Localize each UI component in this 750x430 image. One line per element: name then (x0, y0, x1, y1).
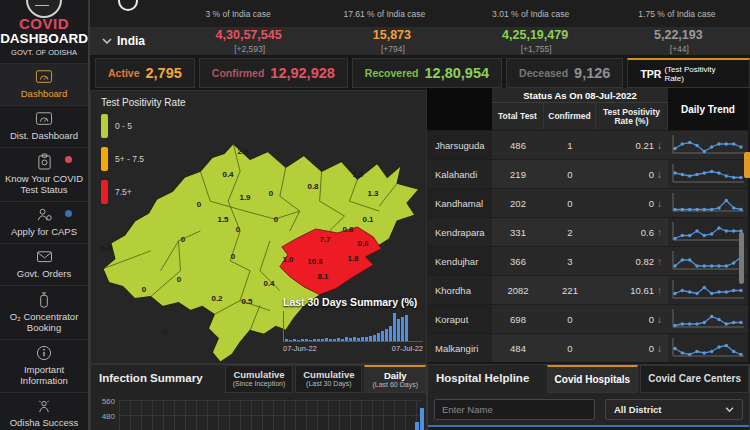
daily-trend-sparkline (671, 250, 745, 272)
tab-daily-last-60-days[interactable]: Daily(Last 60 Days) (364, 365, 426, 393)
logo-line2: DASHBOARD (0, 31, 88, 46)
table-scrollbar[interactable] (739, 232, 744, 284)
tab-tpr[interactable]: TPR (Test Positivity Rate) (627, 58, 750, 88)
chevron-down-icon (725, 407, 734, 413)
sidebar-item-label: Odisha Success Stories (3, 417, 85, 430)
percent-labels: 3 % of India case17.61 % of India case3.… (165, 0, 750, 27)
district-tpr-value: 0 (163, 327, 167, 336)
confirmed-cell: 0 (544, 189, 596, 217)
sidebar-item-govt-orders[interactable]: Govt. Orders (0, 243, 88, 285)
daily-trend-sparkline (671, 192, 745, 214)
daily-trend-cell (668, 276, 748, 304)
sidebar-item-odisha-success-stories[interactable]: Odisha Success Stories (0, 392, 88, 430)
total-test-cell: 202 (492, 189, 544, 217)
table-row[interactable]: Koraput69800↓ (427, 304, 748, 333)
mini-bar (345, 337, 348, 341)
sidebar-item-dashboard[interactable]: Dashboard (0, 63, 88, 105)
mini-chart-x-end: 07-Jul-22 (392, 344, 423, 353)
confirmed-cell: 0 (544, 305, 596, 333)
tpr-cell: 0.82↑ (596, 247, 668, 275)
district-tpr-value: 0 (197, 200, 201, 209)
table-corner-cell (427, 88, 492, 130)
mini-bar (305, 339, 308, 341)
table-row[interactable]: Khordha208222110.61↑ (427, 275, 748, 304)
india-stat-value: 15,873 (320, 28, 463, 42)
mini-chart-title: Last 30 Days Summary (%) (283, 296, 423, 308)
status-box-deceased[interactable]: Deceased9,126 (506, 58, 623, 88)
confirmed-cell: 3 (544, 247, 596, 275)
arrow-up-icon: ↑ (657, 256, 662, 267)
arrow-down-icon: ↓ (657, 169, 662, 180)
sidebar-menu: DashboardDist. DashboardKnow Your COVID … (0, 63, 88, 430)
table-row[interactable]: Malkangiri48400↓ (427, 333, 748, 362)
daily-trend-header: Daily Trend (668, 88, 748, 130)
notification-dot (65, 156, 72, 163)
table-row[interactable]: Kendujhar36630.82↑ (427, 246, 748, 275)
daily-trend-cell (668, 305, 748, 333)
table-row[interactable]: Kandhamal20200↓ (427, 188, 748, 217)
district-tpr-value: 0.6 (342, 225, 353, 234)
hospital-name-input[interactable] (434, 399, 595, 420)
total-test-cell: 486 (492, 131, 544, 159)
india-stat: 15,873 [+794] (320, 28, 463, 54)
status-value: 12,80,954 (425, 65, 490, 81)
mini-bar (393, 313, 396, 341)
sidebar-item-important-information[interactable]: Important Information (0, 339, 88, 392)
apply-icon (36, 207, 53, 225)
percent-of-india-label: 3 % of India case (165, 9, 311, 19)
col-confirmed[interactable]: Confirmed (544, 103, 596, 130)
tab-cumulative-since-inception[interactable]: Cumulative(Since Inception) (225, 365, 294, 393)
side-feedback-tab[interactable] (744, 152, 750, 178)
hospital-helpline-panel: Hospital Helpline Covid HospitalsCovid C… (427, 364, 750, 430)
tpr-map-panel: Test Positivity Rate 0 - 55+ - 7.57.5+ (90, 90, 427, 364)
table-row[interactable]: Kendrapara33120.6↑ (427, 217, 748, 246)
mini-bar (289, 340, 292, 341)
sidebar-item-know-your-covid-test-status[interactable]: Know Your COVID Test Status (0, 147, 88, 201)
status-label: Deceased (519, 67, 568, 79)
tab-cumulative-last-30-days[interactable]: Cumulative(Last 30 Days) (295, 365, 362, 393)
mini-bar (325, 338, 328, 341)
chevron-down-icon (102, 38, 112, 45)
infection-summary-tabs: Cumulative(Since Inception)Cumulative(La… (223, 365, 426, 393)
tab-covid-care-centers[interactable]: Covid Care Centers (640, 365, 749, 393)
tpr-abbr: TPR (640, 68, 661, 80)
tab-covid-hospitals[interactable]: Covid Hospitals (547, 365, 639, 393)
status-box-confirmed[interactable]: Confirmed12,92,928 (199, 58, 348, 88)
col-tpr[interactable]: Test Positivity Rate (%) (596, 103, 668, 130)
district-tpr-value: 8.1 (317, 272, 328, 281)
table-row[interactable]: Kalahandi21900↓ (427, 159, 748, 188)
india-stat-value: 4,25,19,479 (464, 28, 607, 42)
tpr-cell: 10.61↑ (596, 276, 668, 304)
district-tpr-value: 0.4 (263, 279, 274, 288)
status-box-active[interactable]: Active2,795 (95, 58, 195, 88)
map-legend: Test Positivity Rate 0 - 55+ - 7.57.5+ (101, 97, 185, 213)
tab-sublabel: (Last 60 Days) (372, 381, 418, 389)
mini-bar (369, 336, 372, 341)
total-test-cell: 2082 (492, 276, 544, 304)
percent-of-india-label: 3.01 % of India case (458, 9, 604, 19)
infection-summary-chart: 560480 (91, 397, 426, 430)
sidebar-item-apply-for-caps[interactable]: Apply for CAPS (0, 201, 88, 243)
sidebar-item-o-concentrator-booking[interactable]: O₂ Concentrator Booking (0, 285, 88, 339)
district-select[interactable]: All District (605, 399, 743, 420)
infection-summary-panel: Infection Summary Cumulative(Since Incep… (90, 364, 427, 430)
mini-bar (333, 339, 336, 341)
india-stat-delta: [+794] (381, 44, 405, 54)
table-row[interactable]: Jharsuguda48610.21↓ (427, 130, 748, 159)
tpr-cell: 0↓ (596, 160, 668, 188)
sidebar-item-dist-dashboard[interactable]: Dist. Dashboard (0, 105, 88, 147)
tpr-cell: 0.6↑ (596, 218, 668, 246)
district-table: Status As On 08-Jul-2022 Daily Trend Tot… (427, 88, 748, 362)
total-test-cell: 698 (492, 305, 544, 333)
india-row-toggle[interactable]: India (90, 34, 177, 48)
col-total-test[interactable]: Total Test (492, 103, 544, 130)
tab-label: Cumulative (303, 370, 354, 380)
mini-bar (297, 340, 300, 341)
status-box-recovered[interactable]: Recovered12,80,954 (352, 58, 502, 88)
legend-title: Test Positivity Rate (101, 97, 185, 108)
hospital-helpline-tabs: Covid HospitalsCovid Care Centers (545, 365, 749, 393)
status-label: Confirmed (212, 67, 265, 79)
mail-icon (36, 249, 53, 267)
district-tpr-value: 7.7 (319, 235, 330, 244)
notification-dot (65, 210, 72, 217)
